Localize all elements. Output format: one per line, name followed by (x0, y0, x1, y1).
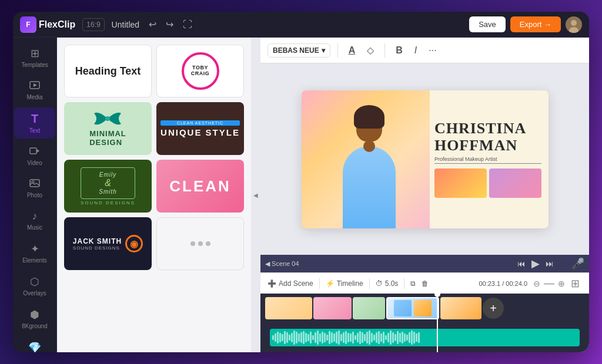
wave-bar (409, 332, 410, 343)
undo-button[interactable]: ↩ (146, 16, 159, 32)
sidebar-item-label: Templates (21, 62, 48, 68)
timeline-button[interactable]: ⚡ Timeline (326, 279, 363, 288)
wave-bar (380, 333, 382, 342)
add-scene-label: Add Scene (279, 279, 313, 288)
copy-button[interactable]: ⧉ (410, 279, 416, 288)
text-panel: Heading Text TOBYCRAIG (57, 38, 251, 352)
wave-bar (298, 333, 300, 342)
text-card-toby[interactable]: TOBYCRAIG (156, 45, 244, 97)
sidebar-item-media[interactable]: Media (14, 75, 55, 105)
clip-4-selected[interactable] (386, 297, 439, 319)
canvas-area: BEBAS NEUE ▾ A ◇ B I ··· (260, 38, 589, 352)
sidebar: ⊞ Templates Media T Text (13, 38, 57, 352)
clip-1[interactable] (265, 297, 312, 319)
zoom-in-button[interactable]: ⊕ (558, 279, 565, 288)
wave-bar (373, 335, 375, 341)
sidebar-item-text[interactable]: T Text (14, 107, 55, 139)
wave-bar (289, 335, 290, 341)
wave-bar (385, 335, 387, 340)
text-card-emily[interactable]: Emily & Smith SOUND DESIGNS (64, 160, 152, 213)
branding-icon: 💎 (28, 341, 41, 352)
thumb-2 (489, 168, 541, 198)
timeline-controls: ➕ Add Scene ⚡ Timeline ⏱ 5.0s ⧉ (260, 272, 589, 294)
thumb-1 (434, 168, 487, 198)
more-options-button[interactable]: ··· (425, 43, 440, 58)
duration-button[interactable]: ⏱ 5.0s (376, 279, 399, 288)
delete-button[interactable]: 🗑 (422, 279, 429, 288)
bold-icon: B (396, 45, 403, 55)
font-selector[interactable]: BEBAS NEUE ▾ (267, 43, 330, 58)
text-grid: Heading Text TOBYCRAIG (64, 45, 244, 270)
elements-icon: ✦ (31, 242, 39, 255)
unique-text: UNIQUE STYLE (160, 127, 240, 137)
italic-icon: I (414, 45, 417, 55)
play-button[interactable]: ▶ (531, 257, 540, 270)
text-card-unique[interactable]: CLEAN AESTHETIC UNIQUE STYLE (156, 102, 244, 155)
topbar: F FlexClip 16:9 Untitled ↩ ↪ ⛶ Save Expo… (13, 12, 589, 38)
text-card-clean[interactable]: CLEAN (156, 160, 244, 213)
clip-5[interactable] (440, 297, 481, 319)
sidebar-item-photo[interactable]: Photo (14, 173, 55, 203)
wave-bar (347, 333, 349, 342)
text-card-jack[interactable]: JACK SMITH SOUND DESIGNS ◉ (64, 217, 152, 270)
wave-bar (296, 332, 297, 343)
sidebar-item-branding[interactable]: 💎 Branding (14, 336, 55, 352)
clip-2[interactable] (313, 297, 352, 319)
sidebar-item-music[interactable]: ♪ Music (14, 205, 55, 235)
audio-track[interactable] (270, 329, 580, 346)
clip-3[interactable] (353, 297, 385, 319)
panel-separator[interactable]: ◀ (251, 38, 260, 352)
video-icon (29, 146, 40, 158)
avatar[interactable] (566, 16, 582, 33)
canvas-toolbar: BEBAS NEUE ▾ A ◇ B I ··· (260, 38, 589, 63)
wave-bar (413, 332, 415, 343)
forward-button[interactable]: ⏭ (546, 259, 554, 268)
wave-bar (282, 334, 283, 341)
fullscreen-button[interactable]: ⛶ (180, 17, 195, 32)
text-shadow-button[interactable]: ◇ (363, 42, 377, 58)
toby-inner: TOBYCRAIG (185, 56, 216, 86)
sidebar-item-bkground[interactable]: ⬢ 8Kground (14, 304, 55, 334)
add-clip-button[interactable]: + (483, 298, 504, 319)
export-button[interactable]: Export → (510, 16, 561, 32)
fit-view-button[interactable]: ⊞ (568, 277, 582, 290)
sidebar-item-overlays[interactable]: ⬡ Overlays (14, 271, 55, 301)
rewind-button[interactable]: ⏮ (517, 259, 526, 268)
sidebar-item-templates[interactable]: ⊞ Templates (14, 42, 55, 73)
zoom-out-button[interactable]: ⊖ (533, 279, 540, 288)
video-track: + (260, 294, 589, 323)
text-color-button[interactable]: A (345, 43, 359, 58)
svg-rect-5 (30, 148, 36, 154)
text-card-minimal[interactable]: MINIMALDESIGN (64, 102, 152, 155)
redo-button[interactable]: ↪ (163, 16, 176, 32)
wave-bar (312, 335, 314, 340)
mic-button[interactable]: 🎤 (571, 257, 584, 270)
wave-bar (364, 334, 366, 341)
wave-bar (371, 333, 373, 342)
logo: F FlexClip (20, 16, 75, 33)
text-card-heading[interactable]: Heading Text (64, 45, 152, 97)
add-scene-button[interactable]: ➕ Add Scene (267, 279, 313, 288)
wave-bar (340, 334, 342, 341)
wave-bar (338, 331, 340, 345)
timeline-track-area: + (260, 294, 589, 352)
wave-bar (350, 333, 352, 342)
music-icon: ♪ (32, 210, 38, 223)
clock-icon: ⏱ (376, 279, 383, 288)
wave-bar (310, 332, 312, 343)
canvas-preview[interactable]: CHRISTINA HOFFMAN Professional Makeup Ar… (260, 63, 589, 255)
wave-bar (279, 333, 281, 342)
save-button[interactable]: Save (469, 16, 506, 32)
sidebar-item-video[interactable]: Video (14, 141, 55, 171)
text-card-more[interactable] (156, 217, 244, 270)
sidebar-item-elements[interactable]: ✦ Elements (14, 238, 55, 268)
bold-button[interactable]: B (392, 43, 406, 58)
bkground-icon: ⬢ (30, 308, 39, 321)
plus-icon: ➕ (267, 279, 276, 288)
wave-bar (286, 332, 288, 343)
italic-button[interactable]: I (411, 43, 420, 58)
wave-bar (326, 335, 328, 341)
sidebar-overlays-label: Overlays (23, 290, 46, 296)
minimal-text: MINIMALDESIGN (89, 129, 126, 147)
wave-bar (300, 332, 302, 343)
